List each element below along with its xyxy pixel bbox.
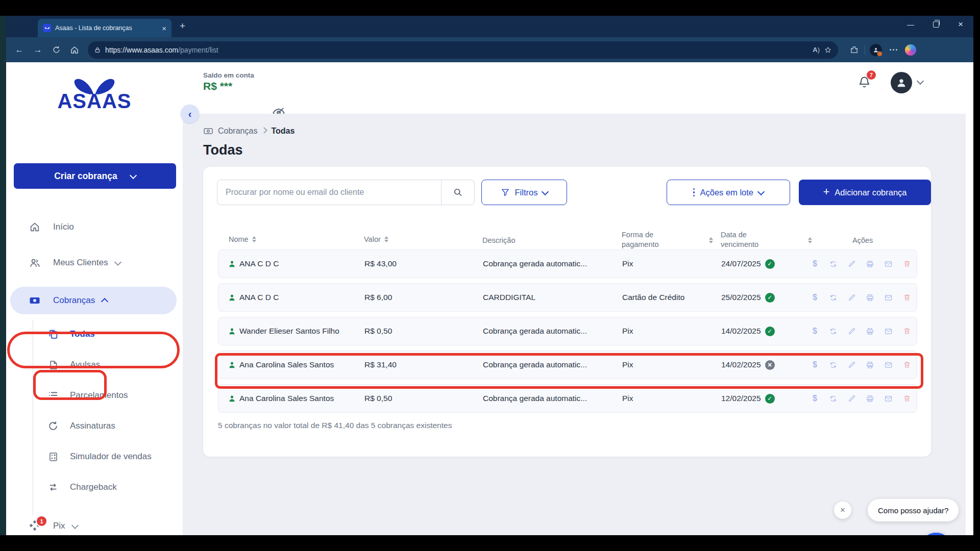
delete-trash-action-icon[interactable]	[902, 394, 911, 403]
add-charge-label: Adicionar cobrança	[835, 188, 906, 197]
status-icon	[765, 293, 775, 303]
delete-trash-action-icon[interactable]	[902, 293, 911, 302]
back-button[interactable]: ←	[10, 41, 29, 59]
cell-value: R$ 43,00	[364, 250, 436, 278]
breadcrumb-section[interactable]: Cobranças	[218, 127, 257, 136]
sidebar-subitem-chargeback[interactable]: Chargeback	[6, 477, 183, 498]
chat-launcher-button[interactable]	[920, 533, 952, 535]
add-charge-button[interactable]: + Adicionar cobrança	[799, 180, 931, 205]
charge-money-action-icon[interactable]: $	[811, 394, 819, 403]
sidebar-label-cobrancas: Cobranças	[53, 295, 95, 306]
sidebar-subitem-assinaturas[interactable]: Assinaturas	[6, 415, 183, 437]
minimize-button[interactable]: —	[899, 16, 922, 33]
charge-money-action-icon[interactable]: $	[811, 260, 819, 268]
sync-action-icon[interactable]	[829, 394, 838, 403]
delete-trash-action-icon[interactable]	[902, 327, 911, 336]
print-action-icon[interactable]	[866, 293, 874, 302]
email-action-icon[interactable]	[884, 293, 893, 302]
sort-icon[interactable]	[808, 237, 812, 243]
forward-button[interactable]: →	[29, 41, 47, 59]
cell-payment-method: Pix	[622, 317, 709, 345]
user-avatar[interactable]	[891, 72, 912, 93]
delete-trash-action-icon[interactable]	[902, 260, 911, 268]
sidebar-label-pix: Pix	[53, 521, 65, 531]
refresh-button[interactable]	[47, 41, 65, 59]
home-button[interactable]	[65, 41, 84, 59]
browser-titlebar: Asaas - Lista de cobranças × + — ×	[6, 16, 973, 37]
favorite-star-icon[interactable]	[824, 46, 832, 54]
sidebar-collapse-button[interactable]: ‹	[181, 105, 199, 123]
column-header-valor[interactable]: Valor	[364, 235, 388, 243]
tab-close-icon[interactable]: ×	[162, 24, 166, 32]
browser-profile-button[interactable]	[867, 41, 885, 59]
restore-icon	[933, 21, 939, 28]
search-input[interactable]	[217, 180, 441, 205]
browser-tab[interactable]: Asaas - Lista de cobranças ×	[38, 19, 172, 37]
print-action-icon[interactable]	[866, 260, 874, 268]
print-action-icon[interactable]	[866, 394, 874, 403]
filters-button[interactable]: Filtros	[481, 180, 567, 205]
copilot-button[interactable]	[902, 41, 919, 59]
restore-button[interactable]	[924, 16, 948, 33]
edit-pencil-action-icon[interactable]	[847, 327, 856, 336]
print-action-icon[interactable]	[866, 327, 874, 336]
bulk-actions-button[interactable]: Ações em lote	[667, 180, 790, 205]
chat-dismiss-button[interactable]: ×	[834, 502, 851, 519]
table-row[interactable]: ANA C D C R$ 43,00 Cobrança gerada autom…	[218, 249, 917, 278]
charge-money-action-icon[interactable]: $	[811, 293, 819, 302]
cell-name: ANA C D C	[239, 250, 357, 278]
person-icon	[896, 77, 907, 88]
cell-name: ANA C D C	[239, 284, 357, 311]
edit-pencil-action-icon[interactable]	[847, 293, 856, 302]
toolbar-divider	[865, 45, 865, 55]
users-icon	[29, 257, 41, 269]
sync-action-icon[interactable]	[829, 327, 838, 336]
address-bar[interactable]: https://www.asaas.com/payment/list A)	[88, 41, 838, 59]
balance-block: Saldo em conta R$ ***	[203, 71, 254, 92]
sort-icon[interactable]	[709, 237, 713, 243]
settings-more-button[interactable]	[885, 41, 902, 59]
table-row[interactable]: ANA C D C R$ 6,00 CARDDIGITAL Cartão de …	[218, 283, 917, 312]
charge-money-action-icon[interactable]: $	[811, 327, 819, 336]
extensions-puzzle-icon[interactable]	[845, 41, 863, 59]
sidebar-subitem-simulador[interactable]: Simulador de vendas	[6, 446, 183, 467]
sidebar-label-meus-clientes: Meus Clientes	[53, 258, 108, 268]
column-header-acoes: Ações	[852, 236, 873, 244]
cell-value: R$ 6,00	[364, 284, 436, 311]
bulk-actions-label: Ações em lote	[700, 188, 753, 197]
search-button[interactable]	[441, 180, 474, 205]
column-header-forma-pagamento[interactable]: Forma depagamento	[622, 230, 659, 249]
sidebar-item-meus-clientes[interactable]: Meus Clientes	[6, 251, 183, 274]
edit-pencil-action-icon[interactable]	[847, 394, 856, 403]
new-tab-button[interactable]: +	[180, 21, 185, 31]
annotation-circle-cobrancas	[7, 332, 180, 368]
cell-payment-method: Cartão de Crédito	[622, 284, 709, 311]
close-button[interactable]: ×	[949, 16, 972, 33]
kebab-icon	[693, 188, 695, 197]
column-header-data-vencimento[interactable]: Data devencimento	[721, 230, 758, 249]
asaas-logo[interactable]: ASAAS	[38, 77, 151, 116]
table-summary: 5 cobranças no valor total de R$ 41,40 d…	[218, 421, 452, 430]
cell-description: CARDDIGITAL	[483, 284, 610, 311]
sync-action-icon[interactable]	[829, 293, 838, 302]
column-header-nome[interactable]: Nome	[229, 235, 256, 243]
copilot-icon	[905, 44, 916, 56]
favicon-asaas-icon	[43, 24, 51, 32]
balance-value: R$ ***	[203, 80, 254, 92]
read-aloud-icon[interactable]: A)	[813, 46, 820, 54]
sidebar-item-inicio[interactable]: Início	[6, 215, 183, 239]
email-action-icon[interactable]	[884, 327, 893, 336]
email-action-icon[interactable]	[884, 394, 893, 403]
email-action-icon[interactable]	[884, 260, 893, 268]
sidebar-item-pix[interactable]: Pix	[6, 514, 183, 535]
status-icon	[765, 327, 775, 336]
sidebar-item-cobrancas[interactable]: Cobranças	[6, 289, 183, 312]
sync-action-icon[interactable]	[829, 260, 838, 268]
table-row[interactable]: Wander Elieser Santos Filho R$ 0,50 Cobr…	[218, 317, 917, 345]
pix-notification-badge: 1	[36, 515, 47, 527]
search-box	[217, 180, 475, 205]
home-icon	[29, 221, 41, 233]
create-charge-button[interactable]: Criar cobrança	[14, 163, 176, 189]
chevron-down-icon[interactable]	[917, 78, 924, 85]
edit-pencil-action-icon[interactable]	[847, 260, 856, 268]
